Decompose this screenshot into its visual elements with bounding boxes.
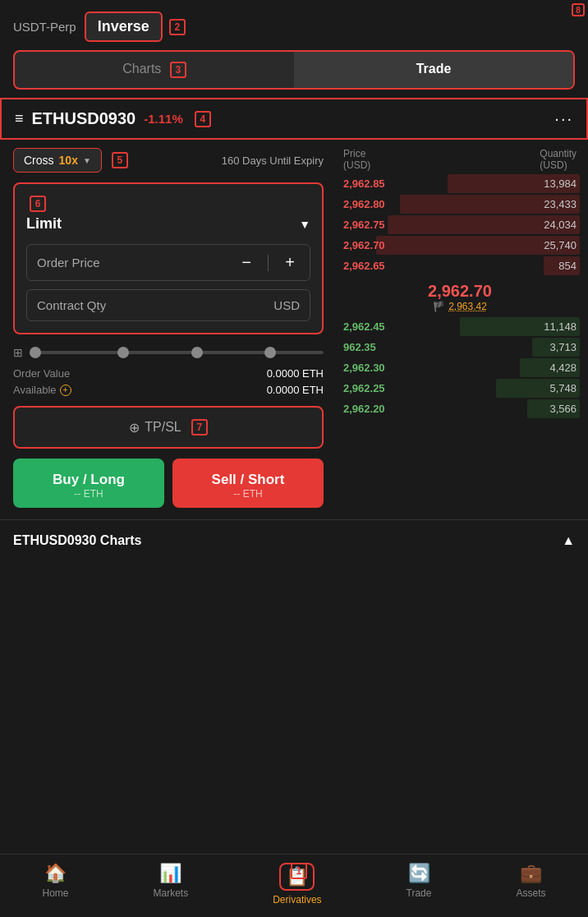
home-icon: 🏠 xyxy=(44,863,67,884)
ask-price: 2,962.65 xyxy=(343,260,385,272)
order-price-label: Order Price xyxy=(37,256,100,270)
nav-markets[interactable]: 📊 Markets xyxy=(154,863,189,905)
buy-long-button[interactable]: Buy / Long -- ETH xyxy=(13,458,164,508)
tab-bar: Charts 3 Trade xyxy=(13,50,575,90)
order-info: Order Value 0.0000 ETH Available + 0.000… xyxy=(13,367,324,396)
order-form: 6 Limit ▼ Order Price − + xyxy=(13,182,324,334)
assets-icon: 💼 xyxy=(520,863,542,884)
bid-price: 962.35 xyxy=(343,341,376,353)
nav-derivatives[interactable]: 📋 Derivatives 1 xyxy=(273,863,321,905)
ask-price: 2,962.70 xyxy=(343,239,385,251)
tab-charts[interactable]: Charts 3 xyxy=(15,52,294,88)
order-price-row[interactable]: Order Price − + xyxy=(26,244,310,281)
order-book: Price(USD) Quantity(USD) 2,962.85 13,984… xyxy=(337,140,588,516)
nav-home[interactable]: 🏠 Home xyxy=(43,863,69,905)
nav-trade[interactable]: 🔄 Trade xyxy=(407,863,432,905)
ob-header: Price(USD) Quantity(USD) xyxy=(340,148,580,171)
order-value: 0.0000 ETH xyxy=(267,367,324,380)
ask-row[interactable]: 2,962.65 854 xyxy=(340,256,580,275)
badge-5: 5 xyxy=(112,152,128,168)
badge-2: 2 xyxy=(169,19,186,35)
tpsl-button[interactable]: ⊕ TP/SL 7 xyxy=(13,406,324,449)
bid-row[interactable]: 2,962.20 3,566 xyxy=(340,399,580,418)
order-type-row[interactable]: Limit ▼ xyxy=(26,215,310,233)
tpsl-label: TP/SL xyxy=(145,420,181,435)
ask-price: 2,962.80 xyxy=(343,198,385,210)
badge-6: 6 xyxy=(30,196,46,212)
sell-short-button[interactable]: Sell / Short -- ETH 8 xyxy=(172,458,324,508)
cross-label: Cross xyxy=(24,154,54,167)
bid-row[interactable]: 2,962.45 11,148 xyxy=(340,317,580,336)
bid-price: 2,962.45 xyxy=(343,320,385,333)
bid-price: 2,962.20 xyxy=(343,403,385,415)
bid-qty: 11,148 xyxy=(544,320,577,333)
badge-8: 8 xyxy=(572,3,585,16)
bid-qty: 5,748 xyxy=(549,382,577,394)
badge-3: 3 xyxy=(170,62,186,78)
available-label: Available + xyxy=(13,384,71,396)
leverage-row: Cross 10x ▼ 5 160 Days Until Expiry xyxy=(13,148,324,173)
symbol-name[interactable]: ETHUSD0930 xyxy=(32,109,136,128)
mid-price-row: 2,962.70 🏴 2,963.42 xyxy=(340,277,580,317)
action-row: Buy / Long -- ETH Sell / Short -- ETH 8 xyxy=(13,458,324,508)
ask-row[interactable]: 2,962.75 24,034 xyxy=(340,215,580,234)
top-header: USDT-Perp Inverse 2 xyxy=(0,0,588,50)
contract-qty-row[interactable]: Contract Qty USD xyxy=(26,289,310,321)
nav-assets[interactable]: 💼 Assets xyxy=(516,863,545,905)
available-info-icon[interactable]: + xyxy=(60,385,71,396)
ask-row[interactable]: 2,962.80 23,433 xyxy=(340,195,580,214)
slider-dot-2 xyxy=(191,347,203,358)
ask-price: 2,962.85 xyxy=(343,177,385,190)
slider-handle-icon: ⊞ xyxy=(13,346,23,359)
slider-dot-3 xyxy=(264,347,276,358)
ask-qty: 13,984 xyxy=(544,177,577,190)
mid-flag: 🏴 2,963.42 xyxy=(340,301,580,312)
flag-icon: 🏴 xyxy=(433,301,445,312)
decrease-price-button[interactable]: − xyxy=(237,253,256,272)
more-options-icon[interactable]: ··· xyxy=(554,109,573,128)
hamburger-icon[interactable]: ≡ xyxy=(15,110,24,127)
badge-4: 4 xyxy=(195,111,211,127)
contract-unit: USD xyxy=(273,298,300,312)
increase-price-button[interactable]: + xyxy=(280,253,300,272)
bids-container: 2,962.45 11,148 962.35 3,713 2,962.30 4,… xyxy=(340,317,580,418)
tab-trade[interactable]: Trade xyxy=(294,52,573,88)
ask-row[interactable]: 2,962.85 13,984 xyxy=(340,174,580,193)
ask-row[interactable]: 2,962.70 25,740 xyxy=(340,236,580,255)
order-type-label: Limit xyxy=(26,215,62,233)
ask-qty: 23,433 xyxy=(544,198,577,210)
contract-qty-label: Contract Qty xyxy=(37,298,106,312)
ask-qty: 24,034 xyxy=(544,219,577,231)
order-value-label: Order Value xyxy=(13,367,70,380)
bid-row[interactable]: 2,962.30 4,428 xyxy=(340,358,580,377)
charts-expand-icon[interactable]: ▲ xyxy=(562,533,575,548)
bid-qty: 3,566 xyxy=(549,403,577,415)
ask-price: 2,962.75 xyxy=(343,219,385,231)
available-row: Available + 0.0000 ETH xyxy=(13,384,324,396)
asks-container: 2,962.85 13,984 2,962.80 23,433 2,962.75… xyxy=(340,174,580,275)
order-type-arrow-icon: ▼ xyxy=(299,218,310,231)
slider-row[interactable]: ⊞ xyxy=(13,346,324,359)
bottom-nav: 🏠 Home 📊 Markets 📋 Derivatives 1 🔄 Trade… xyxy=(0,854,588,917)
available-value: 0.0000 ETH xyxy=(267,384,324,396)
price-col-header: Price(USD) xyxy=(343,148,370,171)
bid-row[interactable]: 2,962.25 5,748 xyxy=(340,379,580,398)
trade-icon: 🔄 xyxy=(408,863,430,884)
slider-track[interactable] xyxy=(30,351,324,354)
bid-row[interactable]: 962.35 3,713 xyxy=(340,338,580,357)
symbol-change: -1.11% xyxy=(144,112,183,126)
slider-dot-1 xyxy=(117,347,129,358)
bid-qty: 3,713 xyxy=(549,341,577,353)
badge-7: 7 xyxy=(191,419,208,435)
flag-price: 2,963.42 xyxy=(448,301,487,312)
slider-dot-0 xyxy=(30,347,41,358)
ask-qty: 25,740 xyxy=(544,239,577,251)
charts-title: ETHUSD0930 Charts xyxy=(13,533,142,548)
bid-price: 2,962.30 xyxy=(343,362,385,374)
markets-icon: 📊 xyxy=(159,863,181,884)
inverse-badge[interactable]: Inverse xyxy=(85,12,163,42)
leverage-value: 10x xyxy=(59,154,78,167)
bid-price: 2,962.25 xyxy=(343,382,385,394)
charts-section[interactable]: ETHUSD0930 Charts ▲ xyxy=(0,519,588,561)
cross-leverage-button[interactable]: Cross 10x ▼ xyxy=(13,148,102,173)
